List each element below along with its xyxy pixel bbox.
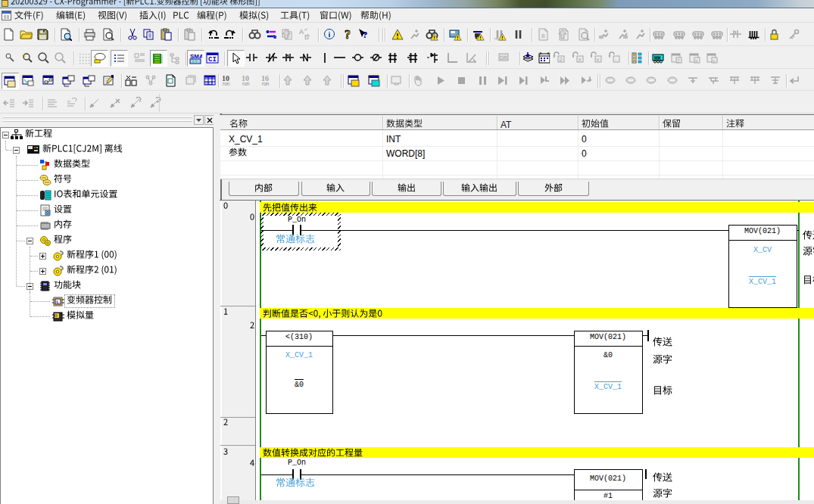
svg-text:ron: ron [242, 81, 250, 86]
svg-text:A: A [299, 28, 304, 36]
svg-text:2: 2 [560, 56, 563, 63]
svg-text:CI: CI [208, 56, 217, 64]
svg-text:ron: ron [223, 81, 230, 86]
svg-text:?: ? [363, 29, 368, 40]
svg-text:ron: ron [262, 81, 270, 86]
svg-text:v: v [713, 58, 716, 64]
svg-text:?: ? [345, 28, 351, 41]
svg-text:x: x [579, 56, 582, 63]
svg-text:ron: ron [494, 36, 501, 41]
svg-text:-: - [615, 56, 617, 63]
svg-text:x: x [695, 58, 698, 64]
svg-text:012: 012 [205, 81, 214, 86]
svg-text:L: L [57, 300, 60, 304]
svg-text:DR: DR [500, 55, 507, 61]
svg-text:v: v [597, 56, 600, 63]
svg-text:B: B [541, 33, 545, 39]
svg-text:2: 2 [677, 58, 680, 64]
